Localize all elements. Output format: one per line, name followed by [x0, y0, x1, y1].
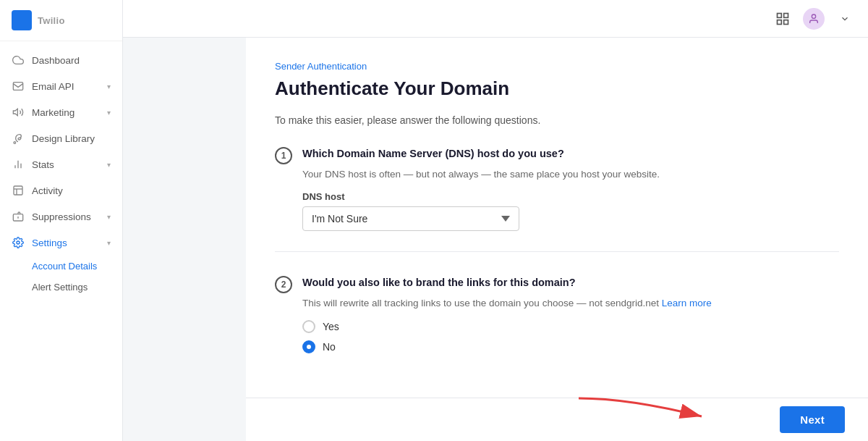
- learn-more-link[interactable]: Learn more: [662, 298, 712, 308]
- sidebar-item-suppressions[interactable]: Suppressions ▾: [0, 203, 122, 230]
- radio-yes-circle: [302, 320, 315, 333]
- user-avatar[interactable]: [803, 8, 825, 30]
- svg-point-2: [14, 142, 16, 144]
- subtitle: To make this easier, please answer the f…: [275, 114, 839, 126]
- header-chevron-icon[interactable]: [833, 7, 856, 30]
- question-1-title: Which Domain Name Server (DNS) host do y…: [302, 146, 564, 159]
- radio-no-circle: [302, 340, 315, 353]
- svg-rect-11: [784, 13, 788, 17]
- chevron-down-icon: ▾: [107, 109, 111, 117]
- question-2-block: 2 Would you also like to brand the links…: [275, 275, 839, 374]
- question-1-description: Your DNS host is often — but not always …: [302, 169, 839, 180]
- sidebar-item-activity[interactable]: Activity: [0, 177, 122, 203]
- settings-icon: [12, 236, 25, 249]
- logo-icon: [12, 10, 32, 30]
- sidebar-item-suppressions-label: Suppressions: [32, 211, 91, 222]
- question-1-block: 1 Which Domain Name Server (DNS) host do…: [275, 146, 839, 252]
- svg-rect-13: [784, 20, 788, 24]
- question-2-description: This will rewrite all tracking links to …: [302, 298, 839, 308]
- sidebar-item-settings-label: Settings: [32, 238, 67, 248]
- radio-option-yes[interactable]: Yes: [302, 320, 839, 333]
- grid-icon[interactable]: [771, 7, 794, 30]
- chevron-down-icon: ▾: [107, 83, 111, 91]
- sidebar-item-stats-label: Stats: [32, 159, 54, 170]
- sidebar-item-design-library-label: Design Library: [32, 133, 95, 144]
- question-1-header: 1 Which Domain Name Server (DNS) host do…: [275, 146, 839, 164]
- footer: Next: [246, 398, 868, 441]
- question-1-number: 1: [275, 147, 292, 164]
- radio-option-no[interactable]: No: [302, 340, 839, 353]
- chevron-down-icon: ▾: [107, 239, 111, 247]
- main-area: Sender Authentication Authenticate Your …: [246, 0, 868, 441]
- svg-rect-10: [778, 13, 782, 17]
- chart-icon: [12, 158, 25, 171]
- sidebar-item-settings[interactable]: Settings ▾: [0, 230, 122, 256]
- breadcrumb: Sender Authentication: [275, 61, 839, 72]
- question-2-header: 2 Would you also like to brand the links…: [275, 275, 839, 293]
- svg-rect-0: [13, 83, 22, 91]
- sidebar-item-email-api[interactable]: Email API ▾: [0, 73, 122, 99]
- content-area: Sender Authentication Authenticate Your …: [246, 38, 868, 398]
- page-title: Authenticate Your Domain: [275, 77, 839, 100]
- svg-point-14: [812, 14, 815, 18]
- sidebar-sub-item-account-details[interactable]: Account Details: [0, 256, 122, 277]
- logo-text: Twilio: [38, 15, 65, 26]
- dns-host-label: DNS host: [302, 191, 839, 202]
- sidebar-item-activity-label: Activity: [32, 185, 63, 196]
- chevron-down-icon: ▾: [107, 161, 111, 169]
- sidebar-item-design-library[interactable]: Design Library: [0, 125, 122, 151]
- question-2-title: Would you also like to brand the links f…: [302, 275, 576, 288]
- block-icon: [12, 210, 25, 223]
- arrow-indicator: [571, 391, 731, 433]
- speaker-icon: [12, 106, 25, 119]
- top-header: [123, 0, 868, 38]
- svg-rect-6: [14, 186, 22, 195]
- chevron-down-icon: ▾: [107, 213, 111, 221]
- sidebar-item-email-api-label: Email API: [32, 81, 75, 92]
- sidebar-sub-item-account-details-label: Account Details: [32, 261, 97, 272]
- svg-point-9: [17, 241, 20, 244]
- question-2-number: 2: [275, 276, 292, 293]
- svg-rect-12: [778, 20, 782, 24]
- activity-icon: [12, 184, 25, 197]
- sidebar-item-stats[interactable]: Stats ▾: [0, 151, 122, 177]
- envelope-icon: [12, 80, 25, 93]
- sidebar-item-dashboard[interactable]: Dashboard: [0, 47, 122, 73]
- sidebar-sub-item-alert-settings[interactable]: Alert Settings: [0, 277, 122, 298]
- radio-yes-label: Yes: [323, 321, 339, 332]
- brand-links-radio-group: Yes No: [302, 320, 839, 353]
- next-button[interactable]: Next: [780, 406, 845, 433]
- sidebar-nav: Dashboard Email API ▾ Marketing ▾ Design…: [0, 41, 122, 441]
- radio-no-label: No: [323, 341, 336, 353]
- sidebar: Twilio Dashboard Email API ▾ Marketing ▾: [0, 0, 123, 441]
- sidebar-item-dashboard-label: Dashboard: [32, 55, 80, 66]
- sidebar-item-marketing[interactable]: Marketing ▾: [0, 99, 122, 125]
- svg-marker-1: [13, 109, 17, 115]
- sidebar-sub-item-alert-settings-label: Alert Settings: [32, 282, 88, 293]
- brush-icon: [12, 132, 25, 145]
- dns-host-select[interactable]: I'm Not Sure GoDaddy Cloudflare Namechea…: [302, 206, 519, 231]
- sidebar-item-marketing-label: Marketing: [32, 107, 75, 118]
- logo[interactable]: Twilio: [0, 0, 122, 41]
- cloud-icon: [12, 54, 25, 67]
